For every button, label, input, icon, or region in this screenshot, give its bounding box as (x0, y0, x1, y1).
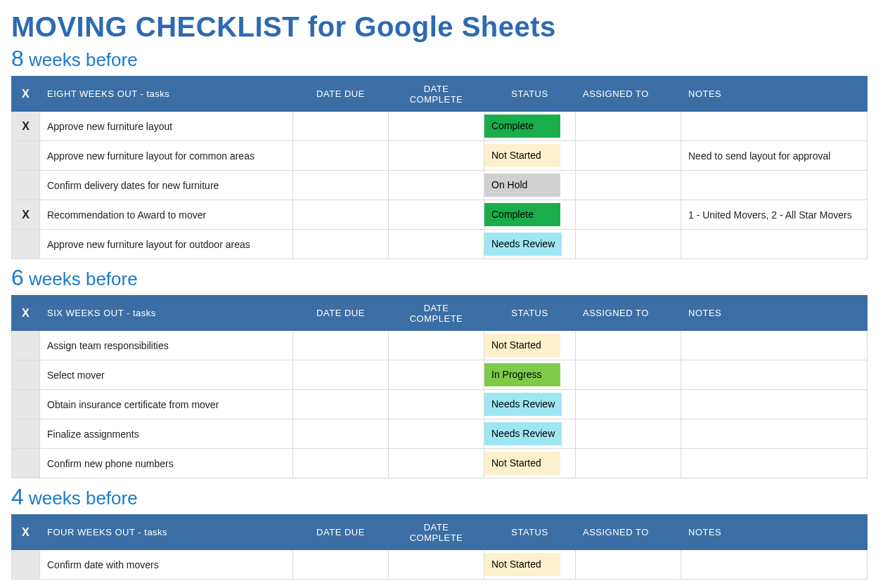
cell-status[interactable]: Not Started (484, 550, 576, 580)
cell-task[interactable]: Select mover (40, 360, 293, 390)
cell-assigned[interactable] (576, 360, 681, 390)
cell-status[interactable]: In Progress (484, 360, 576, 390)
cell-status[interactable]: Needs Review (484, 419, 576, 449)
header-date-due: DATE DUE (293, 515, 389, 550)
cell-assigned[interactable] (576, 200, 681, 230)
checklist-table: XFOUR WEEKS OUT - tasksDATE DUEDATE COMP… (11, 514, 868, 580)
cell-check[interactable] (12, 331, 40, 360)
cell-date-due[interactable] (293, 171, 389, 200)
cell-check[interactable] (12, 141, 40, 171)
cell-status[interactable]: Needs Review (484, 230, 576, 259)
cell-notes[interactable] (681, 230, 868, 259)
cell-date-due[interactable] (293, 141, 389, 171)
cell-check[interactable]: X (12, 200, 40, 230)
cell-check[interactable] (12, 449, 40, 478)
cell-status[interactable]: Not Started (484, 449, 576, 478)
cell-status[interactable]: Not Started (484, 331, 576, 360)
cell-notes[interactable] (681, 390, 868, 419)
header-date-complete: DATE COMPLETE (389, 296, 484, 331)
cell-date-due[interactable] (293, 112, 389, 141)
cell-check[interactable]: X (12, 112, 40, 141)
cell-task[interactable]: Recommendation to Award to mover (40, 200, 293, 230)
cell-date-due[interactable] (293, 331, 389, 360)
cell-date-due[interactable] (293, 419, 389, 449)
header-date-complete: DATE COMPLETE (389, 77, 484, 112)
cell-notes[interactable] (681, 449, 868, 478)
cell-date-complete[interactable] (389, 230, 484, 259)
cell-date-complete[interactable] (389, 331, 484, 360)
cell-notes[interactable] (681, 112, 868, 141)
header-assigned: ASSIGNED TO (576, 296, 681, 331)
cell-date-due[interactable] (293, 360, 389, 390)
cell-task[interactable]: Confirm date with movers (40, 550, 293, 580)
cell-task[interactable]: Approve new furniture layout for outdoor… (40, 230, 293, 259)
cell-notes[interactable] (681, 331, 868, 360)
table-row: Confirm new phone numbersNot Started (12, 449, 868, 478)
cell-notes[interactable]: Need to send layout for approval (681, 141, 868, 171)
cell-date-complete[interactable] (389, 550, 484, 580)
cell-notes[interactable] (681, 419, 868, 449)
table-row: Assign team responsibilitiesNot Started (12, 331, 868, 360)
cell-status[interactable]: Complete (484, 200, 576, 230)
cell-date-complete[interactable] (389, 449, 484, 478)
cell-task[interactable]: Obtain insurance certificate from mover (40, 390, 293, 419)
cell-assigned[interactable] (576, 112, 681, 141)
status-badge: In Progress (484, 363, 560, 386)
section-title-text: weeks before (24, 49, 138, 70)
cell-status[interactable]: Needs Review (484, 390, 576, 419)
cell-task[interactable]: Confirm delivery dates for new furniture (40, 171, 293, 200)
cell-date-complete[interactable] (389, 419, 484, 449)
cell-assigned[interactable] (576, 550, 681, 580)
header-status: STATUS (484, 296, 576, 331)
cell-assigned[interactable] (576, 171, 681, 200)
cell-notes[interactable] (681, 171, 868, 200)
cell-task[interactable]: Assign team responsibilities (40, 331, 293, 360)
sections-container: 8 weeks beforeXEIGHT WEEKS OUT - tasksDA… (11, 46, 872, 580)
table-row: Finalize assignmentsNeeds Review (12, 419, 868, 449)
cell-check[interactable] (12, 390, 40, 419)
cell-task[interactable]: Finalize assignments (40, 419, 293, 449)
cell-date-complete[interactable] (389, 171, 484, 200)
cell-status[interactable]: Not Started (484, 141, 576, 171)
cell-date-complete[interactable] (389, 360, 484, 390)
status-badge: Complete (484, 203, 560, 226)
cell-date-complete[interactable] (389, 390, 484, 419)
cell-status[interactable]: On Hold (484, 171, 576, 200)
cell-date-complete[interactable] (389, 112, 484, 141)
cell-date-complete[interactable] (389, 141, 484, 171)
header-x: X (12, 77, 40, 112)
section-title: 4 weeks before (11, 484, 872, 510)
cell-status[interactable]: Complete (484, 112, 576, 141)
cell-date-due[interactable] (293, 200, 389, 230)
header-x: X (12, 296, 40, 331)
cell-date-due[interactable] (293, 390, 389, 419)
cell-check[interactable] (12, 230, 40, 259)
status-badge: Needs Review (484, 422, 562, 445)
cell-assigned[interactable] (576, 331, 681, 360)
cell-date-due[interactable] (293, 230, 389, 259)
cell-assigned[interactable] (576, 419, 681, 449)
header-date-complete: DATE COMPLETE (389, 515, 484, 550)
cell-task[interactable]: Approve new furniture layout (40, 112, 293, 141)
cell-notes[interactable] (681, 550, 868, 580)
table-row: Obtain insurance certificate from moverN… (12, 390, 868, 419)
cell-assigned[interactable] (576, 449, 681, 478)
status-badge: Complete (484, 115, 560, 138)
status-badge: Not Started (484, 553, 560, 576)
cell-check[interactable] (12, 419, 40, 449)
cell-date-due[interactable] (293, 449, 389, 478)
cell-check[interactable] (12, 360, 40, 390)
cell-notes[interactable] (681, 360, 868, 390)
cell-check[interactable] (12, 171, 40, 200)
cell-check[interactable] (12, 550, 40, 580)
cell-date-due[interactable] (293, 550, 389, 580)
cell-assigned[interactable] (576, 141, 681, 171)
cell-date-complete[interactable] (389, 200, 484, 230)
cell-assigned[interactable] (576, 230, 681, 259)
cell-assigned[interactable] (576, 390, 681, 419)
cell-notes[interactable]: 1 - United Movers, 2 - All Star Movers (681, 200, 868, 230)
section-title: 6 weeks before (11, 265, 872, 291)
header-date-due: DATE DUE (293, 77, 389, 112)
cell-task[interactable]: Approve new furniture layout for common … (40, 141, 293, 171)
cell-task[interactable]: Confirm new phone numbers (40, 449, 293, 478)
